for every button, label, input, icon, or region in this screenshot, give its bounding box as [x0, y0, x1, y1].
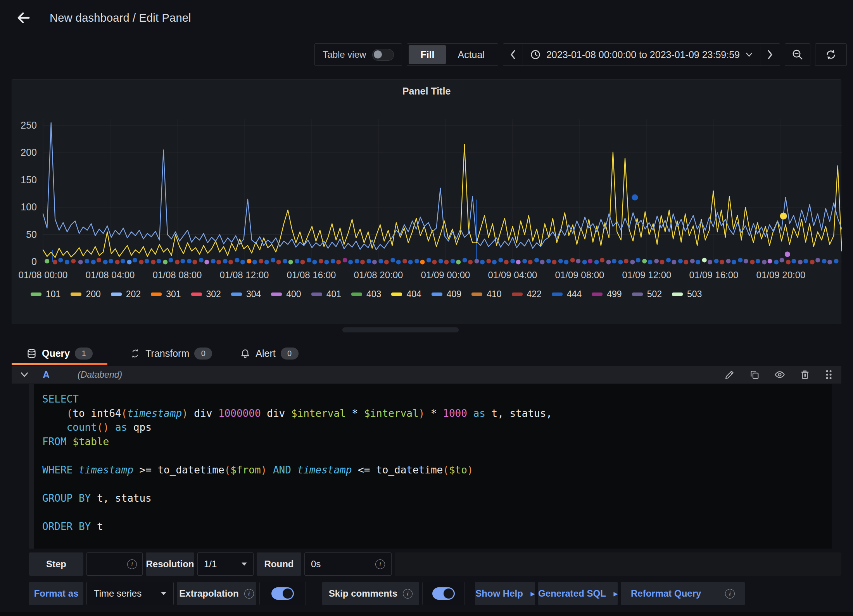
skip-comments-toggle[interactable] [432, 587, 455, 600]
fill-button[interactable]: Fill [409, 45, 446, 64]
svg-text:01/08 04:00: 01/08 04:00 [86, 270, 135, 280]
time-range-button[interactable]: 2023-01-08 00:00:00 to 2023-01-09 23:59:… [523, 44, 760, 65]
generated-sql-button[interactable]: Generated SQL [538, 582, 618, 605]
panel-resize-handle[interactable] [342, 327, 459, 332]
round-input[interactable]: 0s i [304, 552, 392, 576]
round-info-icon: i [375, 559, 385, 569]
svg-text:200: 200 [21, 147, 37, 158]
legend-swatch [191, 293, 202, 296]
legend-item[interactable]: 422 [512, 289, 542, 299]
pencil-icon [724, 369, 735, 380]
legend-swatch [111, 293, 122, 296]
svg-text:01/09 16:00: 01/09 16:00 [689, 270, 739, 280]
time-shift-forward-button[interactable] [760, 44, 780, 65]
legend-swatch [31, 293, 41, 296]
legend-swatch [471, 293, 482, 296]
code-line: SELECT [42, 392, 832, 406]
format-select[interactable]: Time series [86, 582, 174, 605]
trash-icon [799, 369, 810, 380]
skip-comments-label: Skip comments i [322, 582, 419, 605]
legend-label: 304 [246, 289, 261, 299]
tab-transform[interactable]: Transform 0 [124, 342, 218, 365]
legend-item[interactable]: 202 [111, 289, 141, 299]
legend-item[interactable]: 403 [351, 289, 381, 299]
legend-item[interactable]: 502 [632, 289, 662, 299]
legend-item[interactable]: 404 [391, 289, 421, 299]
delete-query-button[interactable] [799, 369, 810, 380]
svg-text:250: 250 [21, 120, 37, 131]
code-line: ORDER BY t [42, 520, 832, 534]
spacer [468, 582, 472, 605]
options-row-filler [395, 552, 841, 576]
toggle-visibility-button[interactable] [774, 369, 786, 380]
svg-text:01/09 12:00: 01/09 12:00 [622, 270, 672, 280]
legend-label: 101 [46, 289, 60, 299]
legend-label: 400 [286, 289, 301, 299]
actual-button[interactable]: Actual [446, 45, 496, 64]
collapse-chevron-icon[interactable] [20, 372, 29, 378]
edit-query-button[interactable] [724, 369, 735, 380]
query-options-row: Step i Resolution 1/1 Round 0s i [29, 552, 841, 576]
bottom-edge [0, 612, 853, 616]
format-value: Time series [94, 588, 142, 599]
step-input[interactable]: i [86, 552, 143, 576]
legend-item[interactable]: 410 [471, 289, 501, 299]
extrapolation-info-icon: i [244, 589, 254, 599]
legend-item[interactable]: 409 [432, 289, 461, 299]
eye-icon [774, 369, 786, 380]
svg-text:01/08 12:00: 01/08 12:00 [220, 270, 269, 280]
tab-alert-badge: 0 [281, 348, 299, 360]
code-line: (to_int64(timestamp) div 1000000 div $in… [42, 406, 832, 421]
tab-query[interactable]: Query 1 [12, 342, 107, 365]
tab-alert[interactable]: Alert 0 [235, 342, 304, 365]
code-line [42, 477, 832, 492]
timeseries-chart[interactable]: 01/08 00:0001/08 04:0001/08 08:0001/08 1… [12, 99, 842, 289]
legend-item[interactable]: 499 [592, 289, 622, 299]
refresh-button[interactable] [815, 43, 847, 66]
legend-item[interactable]: 444 [552, 289, 582, 299]
drag-query-handle[interactable] [824, 369, 833, 380]
query-actions [724, 369, 833, 380]
refresh-icon [825, 48, 837, 61]
copy-icon [749, 369, 760, 380]
resolution-select[interactable]: 1/1 [197, 552, 254, 576]
skip-comments-info-icon: i [403, 589, 413, 599]
toggle-knob [283, 588, 293, 599]
time-range-group: 2023-01-08 00:00:00 to 2023-01-09 23:59:… [503, 43, 780, 66]
time-shift-back-button[interactable] [503, 44, 523, 65]
legend-item[interactable]: 101 [31, 289, 60, 299]
table-view-toggle[interactable] [372, 49, 394, 61]
legend-label: 502 [647, 289, 662, 299]
query-row-header: A (Databend) [12, 366, 841, 384]
reformat-query-button[interactable]: Reformat Query i [621, 582, 745, 605]
svg-text:0: 0 [31, 256, 37, 267]
sql-editor[interactable]: SELECT (to_int64(timestamp) div 1000000 … [29, 384, 832, 549]
legend-swatch [632, 293, 643, 296]
extrapolation-toggle[interactable] [271, 587, 294, 600]
duplicate-query-button[interactable] [749, 369, 760, 380]
zoom-out-button[interactable] [785, 43, 810, 66]
show-help-button[interactable]: Show Help [475, 582, 535, 605]
legend-item[interactable]: 401 [311, 289, 341, 299]
legend-label: 499 [607, 289, 622, 299]
legend-item[interactable]: 400 [271, 289, 301, 299]
legend-swatch [672, 293, 683, 296]
legend-item[interactable]: 302 [191, 289, 221, 299]
tab-alert-label: Alert [256, 348, 275, 359]
legend-item[interactable]: 304 [231, 289, 261, 299]
step-info-icon: i [127, 559, 137, 569]
legend-label: 503 [687, 289, 702, 299]
legend-label: 404 [406, 289, 421, 299]
back-button[interactable] [15, 9, 33, 27]
legend-label: 422 [527, 289, 542, 299]
query-ref-letter[interactable]: A [43, 369, 50, 380]
code-line: WHERE timestamp >= to_datetime($from) AN… [42, 463, 832, 477]
extrapolation-text: Extrapolation [179, 588, 238, 599]
time-range-text: 2023-01-08 00:00:00 to 2023-01-09 23:59:… [546, 49, 740, 60]
legend-item[interactable]: 200 [71, 289, 100, 299]
svg-text:01/09 04:00: 01/09 04:00 [488, 270, 537, 280]
chevron-right-icon [767, 50, 774, 60]
svg-text:01/08 00:00: 01/08 00:00 [19, 270, 68, 280]
legend-item[interactable]: 301 [151, 289, 181, 299]
legend-item[interactable]: 503 [672, 289, 702, 299]
